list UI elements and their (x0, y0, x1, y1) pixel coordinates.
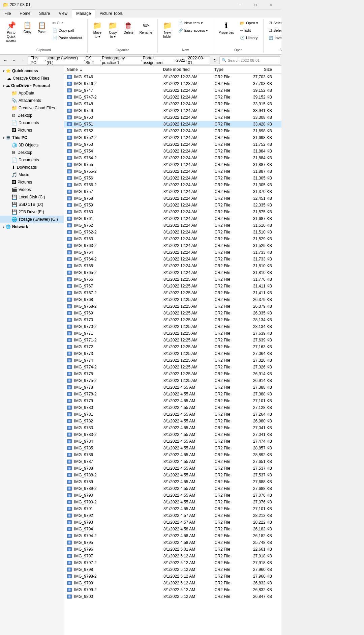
table-row[interactable]: IMG_97598/1/2022 12:24 AMCR2 File32,335 … (64, 202, 281, 209)
table-row[interactable]: IMG_97948/1/2022 4:58 AMCR2 File26,182 K… (64, 526, 281, 532)
table-row[interactable]: IMG_9771-28/1/2022 12:25 AMCR2 File27,63… (64, 337, 281, 343)
table-row[interactable]: IMG_97638/1/2022 12:24 AMCR2 File31,529 … (64, 236, 281, 242)
sidebar-item-pictures-pc[interactable]: 🖼 Pictures (0, 178, 64, 186)
table-row[interactable]: IMG_97848/1/2022 4:55 AMCR2 File27,474 K… (64, 438, 281, 445)
table-row[interactable]: IMG_97488/1/2022 12:24 AMCR2 File33,915 … (64, 101, 281, 107)
select-all-button[interactable]: ☑ Select all (266, 20, 281, 26)
table-row[interactable]: IMG_9794-28/1/2022 4:58 AMCR2 File26,182… (64, 532, 281, 539)
table-row[interactable]: IMG_97828/1/2022 4:55 AMCR2 File26,980 K… (64, 418, 281, 424)
minimize-button[interactable]: ─ (232, 0, 248, 9)
column-size[interactable]: Size (246, 67, 279, 72)
table-row[interactable]: IMG_9747-28/1/2022 12:24 AMCR2 File39,15… (64, 94, 281, 101)
sidebar-item-appdata[interactable]: 📁 AppData (0, 89, 64, 97)
move-to-button[interactable]: 📁 Moveto ▾ (90, 20, 104, 40)
table-row[interactable]: IMG_97788/1/2022 4:55 AMCR2 File27,388 K… (64, 384, 281, 391)
table-row[interactable]: IMG_97728/1/2022 12:25 AMCR2 File27,163 … (64, 343, 281, 350)
sidebar-item-attachments[interactable]: 📎 Attachments (0, 97, 64, 104)
table-row[interactable]: IMG_97718/1/2022 12:25 AMCR2 File27,639 … (64, 330, 281, 337)
table-row[interactable]: IMG_97968/1/2022 5:01 AMCR2 File22,661 K… (64, 546, 281, 553)
table-row[interactable]: IMG_97498/1/2022 12:24 AMCR2 File33,941 … (64, 107, 281, 114)
tab-share[interactable]: Share (35, 9, 54, 18)
sidebar-item-network[interactable]: ▸ 🌐 Network (0, 223, 64, 230)
table-row[interactable]: IMG_9783-28/1/2022 4:55 AMCR2 File27,041… (64, 431, 281, 438)
sidebar-item-music[interactable]: 🎵 Music (0, 171, 64, 178)
paste-button[interactable]: 📋 Paste (35, 20, 49, 36)
paste-shortcut-button[interactable]: 📄 Paste shortcut (50, 34, 85, 41)
table-row[interactable]: IMG_97608/1/2022 12:24 AMCR2 File31,575 … (64, 209, 281, 215)
table-row[interactable]: IMG_97688/1/2022 12:25 AMCR2 File26,379 … (64, 296, 281, 303)
table-row[interactable]: IMG_97978/1/2022 5:12 AMCR2 File27,918 K… (64, 553, 281, 559)
copy-to-button[interactable]: 📁 Copyto ▾ (106, 20, 120, 40)
sidebar-item-quick-access[interactable]: ▾ ⭐ Quick access (0, 67, 64, 75)
table-row[interactable]: IMG_97478/1/2022 12:24 AMCR2 File39,152 … (64, 87, 281, 94)
copy-button[interactable]: 📋 Copy (21, 20, 34, 36)
sidebar-item-documents-pc[interactable]: 📄 Documents (0, 156, 64, 164)
table-row[interactable]: IMG_97958/1/2022 4:58 AMCR2 File25,748 K… (64, 539, 281, 546)
copy-path-button[interactable]: 📄 Copy path (50, 27, 85, 34)
select-none-button[interactable]: ☐ Select none (266, 27, 281, 34)
table-row[interactable]: IMG_97928/1/2022 4:57 AMCR2 File28,213 K… (64, 512, 281, 519)
table-row[interactable]: IMG_9799-28/1/2022 5:12 AMCR2 File26,832… (64, 586, 281, 593)
table-row[interactable]: IMG_9775-28/1/2022 12:25 AMCR2 File26,91… (64, 377, 281, 384)
up-button[interactable]: ↑ (19, 56, 27, 64)
table-row[interactable]: IMG_97678/1/2022 12:25 AMCR2 File31,411 … (64, 283, 281, 289)
tab-picture-tools[interactable]: Picture Tools (95, 9, 127, 18)
sidebar-item-videos[interactable]: 🎬 Videos (0, 186, 64, 193)
table-row[interactable]: IMG_9746-28/1/2022 12:23 AMCR2 File37,70… (64, 80, 281, 87)
table-row[interactable]: IMG_97908/1/2022 4:55 AMCR2 File27,076 K… (64, 492, 281, 499)
delete-button[interactable]: 🗑 Delete (121, 20, 136, 36)
table-row[interactable]: IMG_97878/1/2022 4:55 AMCR2 File27,651 K… (64, 458, 281, 465)
search-input[interactable] (228, 58, 278, 62)
properties-button[interactable]: ℹ Properties (216, 20, 236, 36)
new-folder-button[interactable]: 📁 Newfolder (160, 20, 175, 40)
sidebar-item-creative-cloud[interactable]: 📁 Creative Cloud Files (0, 104, 64, 112)
table-row[interactable]: IMG_97938/1/2022 4:57 AMCR2 File28,222 K… (64, 519, 281, 526)
table-row[interactable]: IMG_97658/1/2022 12:24 AMCR2 File31,810 … (64, 263, 281, 269)
new-item-button[interactable]: 📄 New item ▾ (176, 20, 211, 26)
table-row[interactable]: IMG_97518/1/2022 12:24 AMCR2 File33,428 … (64, 121, 281, 128)
edit-button[interactable]: ✏ Edit (238, 27, 261, 34)
table-row[interactable]: IMG_97668/1/2022 12:25 AMCR2 File31,776 … (64, 276, 281, 283)
table-row[interactable]: IMG_9767-28/1/2022 12:25 AMCR2 File31,41… (64, 289, 281, 296)
forward-button[interactable]: → (10, 56, 18, 64)
table-row[interactable]: IMG_97508/1/2022 12:24 AMCR2 File33,308 … (64, 114, 281, 121)
history-button[interactable]: 🕐 History (238, 34, 261, 41)
table-row[interactable]: IMG_97468/1/2022 12:23 AMCR2 File37,703 … (64, 74, 281, 80)
back-button[interactable]: ← (1, 56, 9, 64)
tab-file[interactable]: File (0, 9, 15, 18)
table-row[interactable]: IMG_97628/1/2022 12:24 AMCR2 File31,510 … (64, 222, 281, 229)
table-row[interactable]: IMG_9790-28/1/2022 4:55 AMCR2 File27,076… (64, 499, 281, 505)
table-row[interactable]: IMG_97558/1/2022 12:24 AMCR2 File31,887 … (64, 161, 281, 168)
table-row[interactable]: IMG_9778-28/1/2022 4:55 AMCR2 File27,388… (64, 391, 281, 397)
column-date[interactable]: Date modified (163, 67, 214, 72)
table-row[interactable]: IMG_9774-28/1/2022 12:25 AMCR2 File27,32… (64, 364, 281, 370)
table-row[interactable]: IMG_97818/1/2022 4:55 AMCR2 File27,264 K… (64, 411, 281, 418)
table-row[interactable]: IMG_9755-28/1/2022 12:24 AMCR2 File31,88… (64, 168, 281, 175)
table-row[interactable]: IMG_9756-28/1/2022 12:24 AMCR2 File31,30… (64, 182, 281, 188)
table-row[interactable]: IMG_97648/1/2022 12:24 AMCR2 File31,733 … (64, 249, 281, 256)
column-name[interactable]: Name ▲ (67, 67, 163, 72)
pin-to-quick-access-button[interactable]: 📌 Pin to Quickaccess (3, 20, 20, 45)
table-row[interactable]: IMG_9788-28/1/2022 4:55 AMCR2 File27,537… (64, 472, 281, 478)
sidebar-item-documents-od[interactable]: 📄 Documents (0, 119, 64, 127)
table-row[interactable]: IMG_97988/1/2022 5:12 AMCR2 File27,960 K… (64, 566, 281, 573)
tab-home[interactable]: Home (15, 9, 35, 18)
sidebar-item-this-pc[interactable]: ▾ 💻 This PC (0, 134, 64, 141)
tab-manage[interactable]: Manage (72, 9, 95, 18)
sidebar-item-pictures-od[interactable]: 🖼 Pictures (0, 127, 64, 134)
table-row[interactable]: IMG_97808/1/2022 4:55 AMCR2 File27,128 K… (64, 404, 281, 411)
table-row[interactable]: IMG_9770-28/1/2022 12:25 AMCR2 File28,13… (64, 323, 281, 330)
table-row[interactable]: IMG_9768-28/1/2022 12:25 AMCR2 File26,37… (64, 303, 281, 310)
table-row[interactable]: IMG_97758/1/2022 12:25 AMCR2 File26,914 … (64, 370, 281, 377)
table-row[interactable]: IMG_9798-28/1/2022 5:12 AMCR2 File27,960… (64, 573, 281, 580)
table-row[interactable]: IMG_97838/1/2022 4:55 AMCR2 File27,041 K… (64, 424, 281, 431)
invert-selection-button[interactable]: 🔄 Invert selection (266, 34, 281, 41)
sidebar-item-2tb-drive-e[interactable]: 💾 2TB Drive (E:) (0, 208, 64, 216)
easy-access-button[interactable]: 🔗 Easy access ▾ (176, 27, 211, 34)
sidebar-item-downloads[interactable]: ⬇ Downloads (0, 164, 64, 171)
sidebar-item-ssd-1tb-d[interactable]: 💾 SSD 1TB (D:) (0, 201, 64, 208)
sidebar-item-storage-g[interactable]: 🌐 storage (\\viewer) (G:) (0, 216, 64, 223)
table-row[interactable]: IMG_97998/1/2022 5:12 AMCR2 File26,832 K… (64, 580, 281, 586)
sidebar-item-3d-objects[interactable]: 🧊 3D Objects (0, 141, 64, 149)
address-path[interactable]: This PC › storage (\\viewer) (G:) › CK S… (28, 56, 210, 64)
